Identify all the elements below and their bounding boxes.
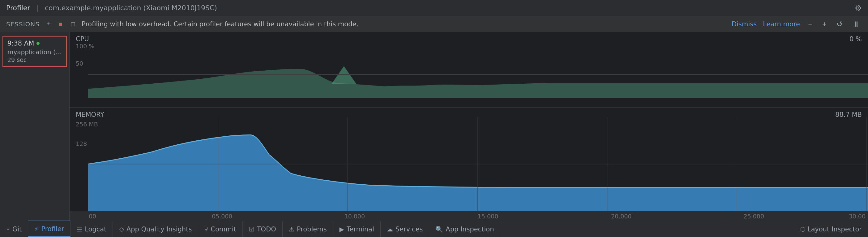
title-separator: |	[36, 4, 38, 12]
cpu-label: CPU	[76, 35, 89, 43]
pause-button[interactable]: ⏸	[851, 20, 862, 28]
profiler-title: Profiler	[6, 4, 30, 12]
cpu-chart-svg	[88, 32, 868, 107]
layout-inspector-label[interactable]: Layout Inspector	[807, 226, 862, 233]
sessions-panel: 9:38 AM myapplication (Xiaomi M2010J1...…	[0, 32, 69, 221]
session-time-text: 9:38 AM	[7, 40, 34, 47]
memory-chart-svg	[88, 117, 868, 211]
layout-inspector-icon: ⬡	[800, 226, 806, 233]
terminal-label: Terminal	[347, 226, 374, 233]
time-label-4: 20.000	[611, 213, 631, 220]
session-duration: 29 sec	[7, 56, 62, 63]
git-label: Git	[12, 226, 22, 233]
learn-more-link[interactable]: Learn more	[763, 21, 800, 28]
session-time: 9:38 AM	[7, 40, 62, 47]
session-app: myapplication (Xiaomi M2010J1...	[7, 48, 62, 56]
stop-button[interactable]: ■	[57, 20, 64, 28]
banner-message: Profiling with low overhead. Certain pro…	[82, 21, 727, 28]
toolbar-git[interactable]: ⑂ Git	[0, 221, 28, 237]
profiler-icon: ⚡	[34, 225, 39, 233]
toolbar-profiler[interactable]: ⚡ Profiler	[28, 220, 70, 237]
time-label-6: 30.00	[849, 213, 866, 220]
problems-icon: ⚠	[289, 226, 294, 233]
bottom-toolbar: ⑂ Git ⚡ Profiler ☰ Logcat ◇ App Quality …	[0, 221, 868, 237]
commit-label: Commit	[211, 226, 236, 233]
session-item[interactable]: 9:38 AM myapplication (Xiaomi M2010J1...…	[2, 36, 67, 67]
gear-icon[interactable]: ⚙	[855, 3, 862, 13]
app-inspection-icon: 🔍	[435, 226, 443, 233]
memory-y128: 128	[76, 140, 87, 147]
todo-label: TODO	[257, 226, 276, 233]
memory-section: MEMORY 88.7 MB 256 MB 128	[69, 108, 868, 221]
banner-bar: SESSIONS + ■ □ Profiling with low overhe…	[0, 16, 868, 32]
todo-icon: ☑	[249, 226, 254, 233]
toolbar-app-inspection[interactable]: 🔍 App Inspection	[429, 221, 500, 237]
chart-area: CPU 0 % 100 % 50 MEMORY 88.7 MB 256 MB	[69, 32, 868, 221]
banner-actions: Dismiss Learn more − + ↺ ⏸	[732, 20, 862, 28]
time-label-3: 15.000	[478, 213, 498, 220]
commit-icon: ⑂	[205, 226, 208, 233]
git-icon: ⑂	[6, 226, 10, 233]
app-id: com.example.myapplication (Xiaomi M2010J…	[45, 4, 217, 12]
problems-label: Problems	[297, 226, 327, 233]
app-quality-icon: ◇	[119, 226, 124, 233]
time-axis: 00 05.000 10.000 15.000 20.000 25.000 30…	[69, 211, 868, 221]
toolbar-todo[interactable]: ☑ TODO	[243, 221, 283, 237]
app-quality-label: App Quality Insights	[126, 226, 192, 233]
toolbar-problems[interactable]: ⚠ Problems	[283, 221, 333, 237]
zoom-in-button[interactable]: +	[820, 20, 829, 28]
toolbar-right: ⬡ Layout Inspector	[794, 221, 868, 237]
record-button[interactable]: □	[69, 20, 77, 28]
terminal-icon: ▶	[340, 226, 344, 233]
cpu-section: CPU 0 % 100 % 50	[69, 32, 868, 108]
services-icon: ☁	[387, 226, 393, 233]
toolbar-app-quality[interactable]: ◇ App Quality Insights	[113, 221, 198, 237]
time-label-2: 10.000	[344, 213, 365, 220]
sessions-label: SESSIONS	[6, 21, 39, 28]
add-session-button[interactable]: +	[44, 20, 52, 28]
time-label-5: 25.000	[744, 213, 764, 220]
session-active-dot	[36, 42, 39, 45]
title-bar: Profiler | com.example.myapplication (Xi…	[0, 0, 868, 16]
cpu-y50: 50	[76, 60, 83, 67]
main-content: 9:38 AM myapplication (Xiaomi M2010J1...…	[0, 32, 868, 221]
logcat-label: Logcat	[85, 226, 106, 233]
zoom-out-button[interactable]: −	[806, 20, 814, 28]
toolbar-logcat[interactable]: ☰ Logcat	[70, 221, 113, 237]
toolbar-terminal[interactable]: ▶ Terminal	[333, 221, 381, 237]
logcat-icon: ☰	[77, 226, 82, 233]
time-label-0: 00	[89, 213, 96, 220]
services-label: Services	[396, 226, 423, 233]
app-inspection-label: App Inspection	[445, 226, 494, 233]
profiler-label: Profiler	[41, 225, 64, 233]
reset-zoom-button[interactable]: ↺	[835, 20, 844, 28]
toolbar-services[interactable]: ☁ Services	[381, 221, 430, 237]
toolbar-commit[interactable]: ⑂ Commit	[198, 221, 243, 237]
time-label-1: 05.000	[212, 213, 232, 220]
dismiss-link[interactable]: Dismiss	[732, 21, 757, 28]
